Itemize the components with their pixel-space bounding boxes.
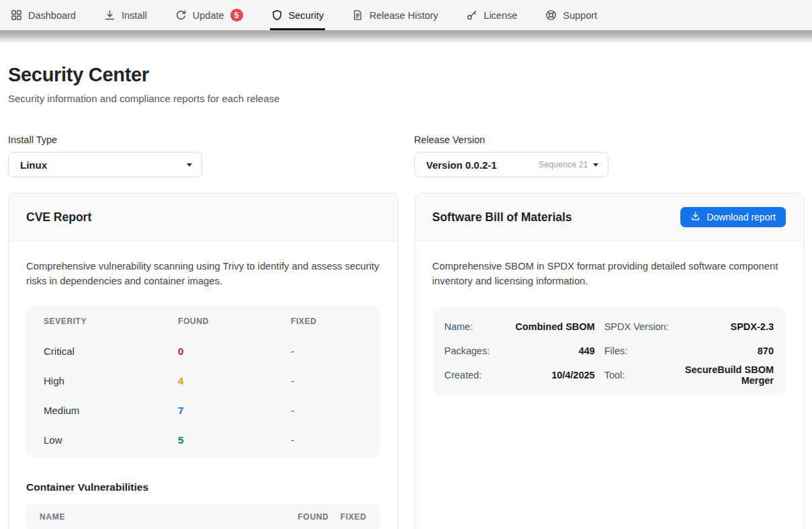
sbom-card-title: Software Bill of Materials <box>433 210 572 225</box>
update-count-badge: 5 <box>230 9 243 22</box>
sbom-detail-label: Name: <box>445 315 490 339</box>
table-row-medium: Medium 7 - <box>26 395 380 425</box>
sbom-detail-label: Packages: <box>445 339 490 363</box>
found-count: 4 <box>178 375 291 386</box>
container-vulnerabilities-section: Container Vulnerabilities NAME FOUND FIX… <box>26 481 380 529</box>
key-icon <box>466 9 478 21</box>
nav-shadow-divider <box>0 30 812 44</box>
nav-item-install[interactable]: Install <box>104 0 147 30</box>
sbom-detail-value: SPDX-2.3 <box>678 315 774 339</box>
nav-label: Release History <box>369 10 438 21</box>
nav-item-update[interactable]: Update 5 <box>175 0 243 30</box>
nav-item-support[interactable]: Support <box>545 0 597 30</box>
chevron-down-icon <box>187 163 192 167</box>
table-row-low: Low 5 - <box>26 425 380 454</box>
fixed-count: - <box>291 375 363 386</box>
table-row-critical: Critical 0 - <box>26 336 380 366</box>
nav-item-security[interactable]: Security <box>271 0 324 30</box>
col-found: FOUND <box>178 317 291 326</box>
release-version-label: Release Version <box>414 134 805 145</box>
sbom-card: Software Bill of Materials Download repo… <box>414 193 805 529</box>
install-type-value: Linux <box>20 159 47 171</box>
download-report-label: Download report <box>707 212 776 222</box>
fixed-count: - <box>291 345 363 357</box>
sbom-detail-value: Combined SBOM <box>499 315 594 339</box>
report-cards-row: CVE Report Comprehensive vulnerability s… <box>8 193 804 529</box>
col-name: NAME <box>40 512 249 522</box>
severity-label: Medium <box>44 405 178 416</box>
nav-label: Security <box>289 10 324 21</box>
document-icon <box>352 9 363 21</box>
nav-label: Support <box>563 10 597 21</box>
filters-row: Install Type Linux Release Version Versi… <box>8 134 804 177</box>
found-count: 5 <box>178 434 291 446</box>
sbom-detail-value: 10/4/2025 <box>499 363 594 387</box>
sbom-details-grid: Name: Combined SBOM SPDX Version: SPDX-2… <box>433 307 786 395</box>
chevron-down-icon <box>593 163 598 167</box>
top-navigation: Dashboard Install Update 5 Security Rele… <box>0 0 812 30</box>
sbom-detail-label: SPDX Version: <box>604 315 669 339</box>
cve-report-card: CVE Report Comprehensive vulnerability s… <box>8 193 398 529</box>
found-count: 0 <box>178 345 291 357</box>
download-icon <box>104 9 116 21</box>
severity-table-header: SEVERITY FOUND FIXED <box>26 307 380 336</box>
severity-label: Low <box>44 434 178 446</box>
container-vulnerabilities-title: Container Vulnerabilities <box>26 481 380 493</box>
sbom-description: Comprehensive SBOM in SPDX format provid… <box>433 259 786 288</box>
release-version-select[interactable]: Version 0.0.2-1 Sequence 21 <box>414 152 608 177</box>
sbom-detail-value: 870 <box>678 339 774 363</box>
container-vuln-table-header: NAME FOUND FIXED <box>26 503 380 529</box>
found-count: 7 <box>178 405 291 416</box>
sbom-card-header: Software Bill of Materials Download repo… <box>415 194 804 241</box>
cve-card-header: CVE Report <box>9 194 398 241</box>
nav-item-license[interactable]: License <box>466 0 517 30</box>
install-type-select[interactable]: Linux <box>8 152 202 177</box>
dashboard-icon <box>11 9 22 21</box>
sbom-detail-label: Tool: <box>604 363 669 387</box>
cve-card-title: CVE Report <box>26 210 91 225</box>
col-found: FOUND <box>249 512 329 522</box>
nav-label: Dashboard <box>28 10 76 21</box>
sbom-detail-value: 449 <box>499 339 594 363</box>
col-severity: SEVERITY <box>44 317 178 326</box>
release-version-group: Release Version Version 0.0.2-1 Sequence… <box>414 134 805 177</box>
nav-item-release-history[interactable]: Release History <box>352 0 438 30</box>
sbom-card-body: Comprehensive SBOM in SPDX format provid… <box>415 241 804 413</box>
install-type-group: Install Type Linux <box>8 134 398 177</box>
table-row-high: High 4 - <box>26 366 380 395</box>
refresh-icon <box>175 9 187 21</box>
page-title: Security Center <box>8 64 804 86</box>
page-subtitle: Security information and compliance repo… <box>8 93 804 104</box>
release-sequence-label: Sequence 21 <box>539 160 588 169</box>
download-icon <box>690 211 701 223</box>
nav-item-dashboard[interactable]: Dashboard <box>11 0 76 30</box>
col-fixed: FIXED <box>329 512 367 522</box>
main-content: Security Center Security information and… <box>0 64 812 529</box>
fixed-count: - <box>291 405 363 416</box>
download-report-button[interactable]: Download report <box>680 207 786 227</box>
shield-icon <box>271 9 283 21</box>
nav-label: Install <box>122 10 147 21</box>
nav-label: Update <box>193 10 224 21</box>
fixed-count: - <box>291 434 363 446</box>
sbom-detail-label: Created: <box>445 363 490 387</box>
nav-label: License <box>484 10 517 21</box>
severity-label: Critical <box>44 345 178 357</box>
cve-card-body: Comprehensive vulnerability scanning usi… <box>9 241 398 529</box>
col-fixed: FIXED <box>291 317 363 326</box>
lifebuoy-icon <box>545 9 557 21</box>
severity-label: High <box>44 375 178 386</box>
cve-description: Comprehensive vulnerability scanning usi… <box>26 259 380 288</box>
release-version-value: Version 0.0.2-1 <box>426 159 497 171</box>
install-type-label: Install Type <box>8 134 398 145</box>
severity-table: SEVERITY FOUND FIXED Critical 0 - High 4… <box>26 305 380 458</box>
sbom-detail-label: Files: <box>604 339 669 363</box>
sbom-detail-value: SecureBuild SBOM Merger <box>678 363 774 387</box>
